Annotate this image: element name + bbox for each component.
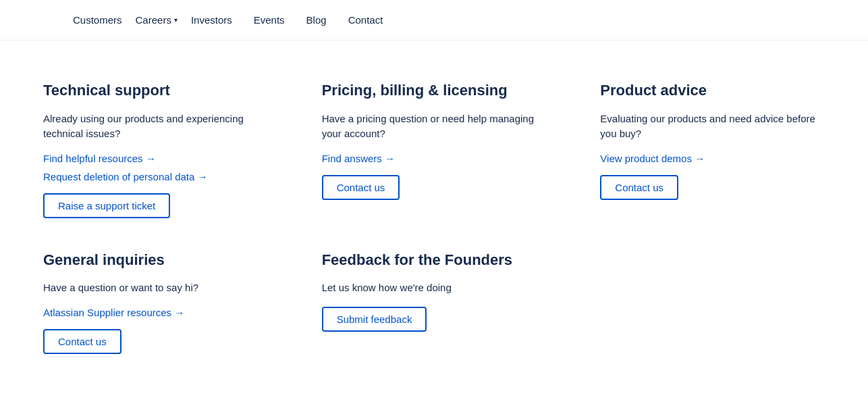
navigation: CustomersCareers▾InvestorsEventsBlogCont… xyxy=(0,0,868,41)
section-title-general-inquiries: General inquiries xyxy=(43,251,268,270)
section-title-feedback-founders: Feedback for the Founders xyxy=(322,251,547,270)
section-title-technical-support: Technical support xyxy=(43,81,268,101)
section-desc-technical-support: Already using our products and experienc… xyxy=(43,111,268,142)
nav-link-events[interactable]: Events xyxy=(246,9,293,31)
section-product-advice: Product adviceEvaluating our products an… xyxy=(600,81,825,218)
chevron-down-icon: ▾ xyxy=(174,16,178,24)
nav-careers-wrapper: Careers▾ xyxy=(136,14,178,26)
button-technical-support[interactable]: Raise a support ticket xyxy=(43,193,170,218)
request-deletion[interactable]: Request deletion of personal data → xyxy=(43,171,268,182)
section-pricing-billing: Pricing, billing & licensingHave a prici… xyxy=(322,81,547,218)
section-title-product-advice: Product advice xyxy=(600,81,825,101)
main-content: Technical supportAlready using our produ… xyxy=(0,41,868,395)
button-product-advice[interactable]: Contact us xyxy=(600,175,678,200)
section-general-inquiries: General inquiriesHave a question or want… xyxy=(43,251,268,354)
section-technical-support: Technical supportAlready using our produ… xyxy=(43,81,268,218)
section-links-group-pricing-billing: Find answers → xyxy=(322,153,547,164)
button-general-inquiries[interactable]: Contact us xyxy=(43,329,121,354)
nav-link-blog[interactable]: Blog xyxy=(298,9,335,31)
find-answers[interactable]: Find answers → xyxy=(322,153,547,164)
section-desc-general-inquiries: Have a question or want to say hi? xyxy=(43,280,268,296)
button-feedback-founders[interactable]: Submit feedback xyxy=(322,307,427,332)
nav-links: CustomersCareers▾InvestorsEventsBlogCont… xyxy=(65,2,391,38)
section-title-pricing-billing: Pricing, billing & licensing xyxy=(322,81,547,101)
section-links-group-general-inquiries: Atlassian Supplier resources → xyxy=(43,307,268,318)
section-links-group-product-advice: View product demos → xyxy=(600,153,825,164)
section-desc-pricing-billing: Have a pricing question or need help man… xyxy=(322,111,547,142)
find-helpful-resources[interactable]: Find helpful resources → xyxy=(43,153,268,164)
section-feedback-founders: Feedback for the FoundersLet us know how… xyxy=(322,251,547,354)
nav-link-investors[interactable]: Investors xyxy=(183,9,240,31)
nav-link-customers[interactable]: Customers xyxy=(65,9,130,31)
button-pricing-billing[interactable]: Contact us xyxy=(322,175,400,200)
section-links-group-technical-support: Find helpful resources →Request deletion… xyxy=(43,153,268,182)
nav-link-contact[interactable]: Contact xyxy=(340,9,391,31)
section-desc-product-advice: Evaluating our products and need advice … xyxy=(600,111,825,142)
atlassian-supplier-resources[interactable]: Atlassian Supplier resources → xyxy=(43,307,268,318)
section-desc-feedback-founders: Let us know how we're doing xyxy=(322,280,547,296)
sections-grid: Technical supportAlready using our produ… xyxy=(43,81,825,354)
view-product-demos[interactable]: View product demos → xyxy=(600,153,825,164)
nav-link-careers[interactable]: Careers▾ xyxy=(136,0,178,43)
